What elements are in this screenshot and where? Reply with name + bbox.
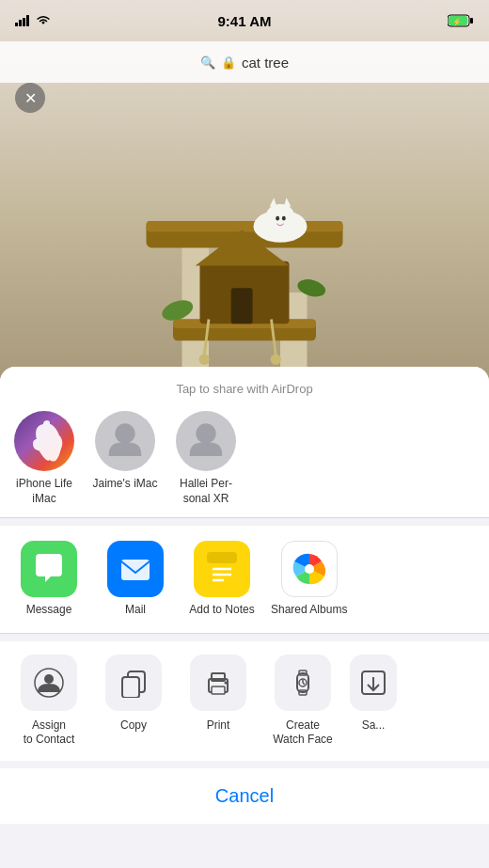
message-label: Message (26, 603, 72, 618)
share-app-photos[interactable]: Shared Albums (271, 541, 347, 618)
wifi-icon (36, 15, 51, 26)
save-download-icon (358, 668, 388, 698)
print-label: Print (207, 718, 230, 734)
svg-rect-2 (23, 18, 25, 26)
lock-icon: 🔒 (221, 55, 236, 70)
copy-label: Copy (120, 718, 147, 734)
share-app-notes[interactable]: Add to Notes (184, 541, 260, 618)
notes-icon (203, 550, 241, 588)
action-save[interactable]: Sa... (350, 655, 397, 748)
cancel-button[interactable]: Cancel (0, 768, 489, 824)
battery-area: ⚡ (448, 14, 474, 27)
svg-rect-18 (231, 288, 253, 324)
svg-line-55 (303, 683, 305, 685)
action-buttons-section: Assign to Contact Copy Pri (0, 641, 489, 761)
contact-name-iphone-life: iPhone Life iMac (16, 477, 72, 506)
watch-icon (288, 668, 318, 698)
cancel-section: Cancel (0, 768, 489, 824)
airdrop-contact-hallei-xr[interactable]: Hallei Per- sonal XR (173, 411, 239, 506)
airdrop-avatar-hallei-xr (176, 411, 236, 471)
svg-rect-0 (15, 23, 18, 26)
person-silhouette-2-icon (187, 420, 225, 462)
svg-marker-21 (270, 197, 277, 207)
photos-app-icon (281, 541, 338, 597)
svg-rect-35 (121, 560, 150, 580)
status-time: 9:41 AM (218, 13, 272, 29)
assign-contact-icon (21, 655, 77, 711)
app-icons-section: Message Mail (0, 526, 489, 633)
action-copy[interactable]: Copy (96, 655, 171, 748)
action-print[interactable]: Print (181, 655, 256, 748)
share-app-message[interactable]: Message (11, 541, 87, 618)
close-button[interactable]: ✕ (15, 83, 45, 113)
svg-point-30 (199, 355, 210, 365)
svg-rect-6 (470, 18, 473, 24)
share-app-mail[interactable]: Mail (98, 541, 173, 618)
divider-2 (0, 633, 489, 634)
svg-point-34 (196, 423, 215, 443)
svg-point-33 (115, 423, 134, 443)
share-sheet: Tap to share with AirDrop iPhone Life iM… (0, 367, 489, 868)
photos-icon (289, 548, 330, 590)
airdrop-contact-iphone-life[interactable]: iPhone Life iMac (11, 411, 77, 506)
svg-rect-48 (212, 687, 225, 694)
svg-point-24 (282, 216, 286, 221)
action-watch-face[interactable]: Create Watch Face (265, 655, 340, 748)
svg-point-41 (305, 564, 314, 574)
svg-point-32 (271, 355, 281, 365)
person-silhouette-icon (106, 420, 144, 462)
airdrop-contact-jaimes-imac[interactable]: Jaime's iMac (92, 411, 158, 506)
contact-name-jaimes-imac: Jaime's iMac (93, 477, 158, 492)
save-icon (350, 655, 397, 711)
print-icon (190, 655, 246, 711)
airdrop-avatar-jaimes-imac (95, 411, 155, 471)
mail-label: Mail (125, 603, 146, 618)
svg-rect-37 (207, 552, 237, 563)
svg-point-43 (44, 674, 54, 684)
signal-icon (15, 15, 32, 26)
notes-label: Add to Notes (189, 603, 254, 618)
airdrop-contacts: iPhone Life iMac Jaime's iMac (0, 411, 489, 506)
message-icon (32, 552, 66, 586)
svg-rect-3 (26, 15, 29, 26)
action-assign-contact[interactable]: Assign to Contact (11, 655, 87, 748)
person-circle-icon (34, 668, 64, 698)
airdrop-section: Tap to share with AirDrop iPhone Life iM… (0, 367, 489, 517)
svg-rect-45 (122, 677, 139, 698)
signal-area (15, 15, 51, 26)
search-icon: 🔍 (200, 55, 215, 70)
app-icons-row: Message Mail (11, 541, 478, 618)
svg-rect-1 (19, 20, 22, 26)
mail-icon (118, 552, 152, 586)
status-bar: 9:41 AM ⚡ (0, 0, 489, 41)
divider-1 (0, 517, 489, 518)
message-app-icon (21, 541, 77, 597)
svg-rect-13 (147, 221, 343, 231)
svg-point-49 (225, 681, 228, 684)
mail-app-icon (107, 541, 164, 597)
assign-contact-label: Assign to Contact (24, 718, 75, 748)
photos-label: Shared Albums (271, 603, 347, 618)
airdrop-title: Tap to share with AirDrop (0, 382, 489, 396)
watch-face-label: Create Watch Face (273, 718, 333, 748)
watch-face-icon (275, 655, 331, 711)
close-icon: ✕ (24, 89, 37, 107)
svg-marker-22 (284, 197, 292, 207)
printer-icon (203, 668, 233, 698)
airdrop-avatar-iphone-life (14, 411, 74, 471)
save-label: Sa... (362, 718, 386, 734)
svg-text:⚡: ⚡ (452, 17, 462, 26)
copy-icon (105, 655, 162, 711)
battery-icon: ⚡ (448, 14, 474, 27)
svg-point-23 (276, 216, 279, 221)
search-bar[interactable]: 🔍 🔒 cat tree (0, 41, 489, 83)
apple-logo-icon (25, 420, 63, 462)
copy-documents-icon (118, 668, 149, 698)
notes-app-icon (194, 541, 250, 597)
search-text: cat tree (242, 55, 289, 71)
contact-name-hallei-xr: Hallei Per- sonal XR (180, 477, 232, 506)
